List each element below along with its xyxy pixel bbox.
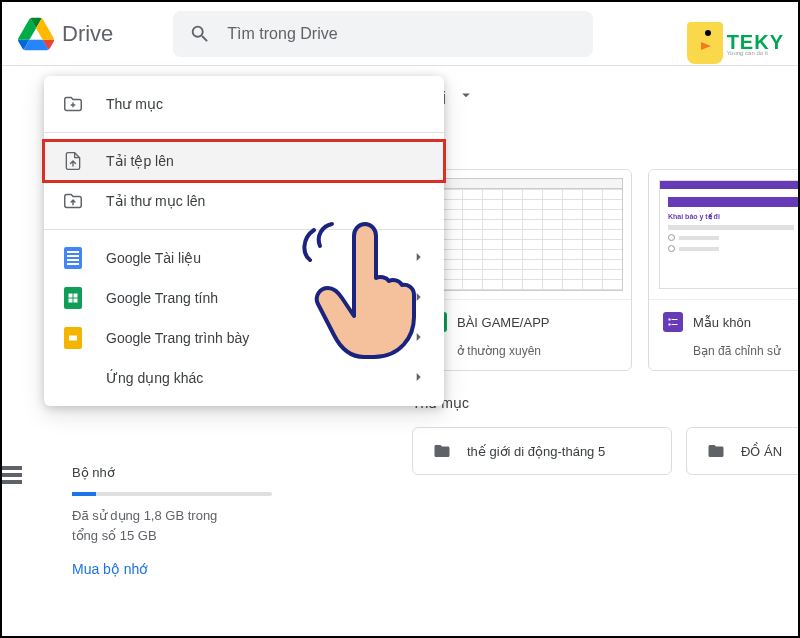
menu-google-docs[interactable]: Google Tài liệu — [44, 238, 444, 278]
folders-label: Thư mục — [412, 395, 800, 411]
folder-chip[interactable]: ĐỒ ÁN — [686, 427, 800, 475]
svg-rect-1 — [672, 319, 678, 320]
folder-chip-label: ĐỒ ÁN — [741, 444, 782, 459]
svg-rect-3 — [672, 324, 678, 325]
app-logo-wrap[interactable]: Drive — [18, 16, 113, 52]
teky-watermark: TEKY Young can do it — [687, 22, 784, 64]
storage-usage-line2: tổng số 15 GB — [72, 526, 272, 546]
chevron-right-icon — [410, 289, 426, 308]
menu-label: Tải tệp lên — [106, 153, 174, 169]
drive-logo-icon — [18, 16, 54, 52]
slides-icon — [62, 327, 84, 349]
sidebar-left-strip — [2, 66, 22, 636]
form-preview-title-text: Khai báo y tế đi — [668, 213, 800, 221]
menu-divider — [44, 229, 444, 230]
tile-thumbnail — [413, 170, 631, 300]
tile-title: Mẫu khôn — [693, 315, 751, 330]
tile-subtitle: Bạn đã chỉnh sử — [649, 344, 800, 370]
menu-label: Google Trang trình bày — [106, 330, 249, 346]
chevron-down-icon — [457, 86, 475, 109]
breadcrumb[interactable]: a tôi — [412, 82, 800, 125]
tile-title: BÀI GAME/APP — [457, 315, 549, 330]
search-icon — [189, 23, 211, 45]
folder-chip-label: thế giới di động-tháng 5 — [467, 444, 605, 459]
menu-label: Ứng dụng khác — [106, 370, 203, 386]
menu-label: Tải thư mục lên — [106, 193, 205, 209]
folder-chip[interactable]: thế giới di động-tháng 5 — [412, 427, 672, 475]
folder-icon — [705, 442, 727, 460]
buy-storage-link[interactable]: Mua bộ nhớ — [72, 561, 272, 577]
search-placeholder: Tìm trong Drive — [227, 25, 337, 43]
menu-upload-file[interactable]: Tải tệp lên — [44, 141, 444, 181]
tile-subtitle: ở thường xuyên — [413, 344, 631, 370]
menu-google-sheets[interactable]: Google Trang tính — [44, 278, 444, 318]
svg-rect-2 — [669, 324, 671, 326]
menu-new-folder[interactable]: Thư mục — [44, 84, 444, 124]
folder-chips: thế giới di động-tháng 5 ĐỒ ÁN — [412, 427, 800, 475]
teky-mascot-icon — [687, 22, 723, 64]
storage-title: Bộ nhớ — [72, 465, 272, 480]
new-context-menu: Thư mục Tải tệp lên — [44, 76, 444, 406]
upload-file-icon — [62, 150, 84, 172]
storage-usage-line1: Đã sử dụng 1,8 GB trong — [72, 506, 272, 526]
tile-sheet[interactable]: BÀI GAME/APP ở thường xuyên — [412, 169, 632, 371]
tile-form[interactable]: Khai báo y tế đi Mẫu khôn Bạn đã chỉnh s… — [648, 169, 800, 371]
menu-more-apps[interactable]: Ứng dụng khác — [44, 358, 444, 398]
chevron-right-icon — [410, 329, 426, 348]
docs-icon — [62, 247, 84, 269]
chevron-right-icon — [410, 369, 426, 388]
storage-block: Bộ nhớ Đã sử dụng 1,8 GB trong tổng số 1… — [72, 465, 272, 577]
menu-divider — [44, 132, 444, 133]
form-preview-title — [668, 197, 800, 207]
chevron-right-icon — [410, 249, 426, 268]
quick-access-label: hanh — [412, 137, 800, 153]
menu-google-slides[interactable]: Google Trang trình bày — [44, 318, 444, 358]
tile-thumbnail: Khai báo y tế đi — [649, 170, 800, 300]
svg-rect-0 — [669, 319, 671, 321]
upload-folder-icon — [62, 190, 84, 212]
search-box[interactable]: Tìm trong Drive — [173, 11, 593, 57]
svg-rect-4 — [69, 336, 77, 341]
menu-upload-folder[interactable]: Tải thư mục lên — [44, 181, 444, 221]
app-header: Drive Tìm trong Drive TEKY Young can do … — [2, 2, 798, 66]
menu-label: Thư mục — [106, 96, 163, 112]
new-folder-icon — [62, 93, 84, 115]
folder-icon — [431, 442, 453, 460]
app-name: Drive — [62, 21, 113, 47]
storage-icon — [2, 466, 22, 484]
menu-label: Google Tài liệu — [106, 250, 201, 266]
menu-label: Google Trang tính — [106, 290, 218, 306]
storage-progress — [72, 492, 272, 496]
sheets-icon — [62, 287, 84, 309]
quick-access-tiles: BÀI GAME/APP ở thường xuyên Khai báo y t… — [412, 169, 800, 371]
forms-icon — [663, 312, 683, 332]
